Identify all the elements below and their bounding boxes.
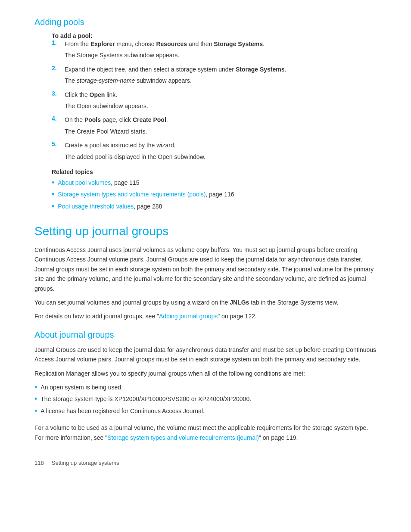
about-pool-volumes-link[interactable]: About pool volumes <box>58 179 111 186</box>
journal-condition-1: • An open system is being used. <box>34 383 377 392</box>
step-1-followup: The Storage Systems subwindow appears. <box>65 50 377 60</box>
adding-pools-section: Adding pools To add a pool: 1. From the … <box>34 17 377 212</box>
adding-journal-groups-link[interactable]: Adding journal groups <box>159 313 218 320</box>
storage-system-types-journal-link[interactable]: Storage system types and volume requirem… <box>107 434 259 441</box>
about-journal-groups-section: About journal groups Journal Groups are … <box>34 330 377 442</box>
step-1-content: From the Explorer menu, choose Resources… <box>65 39 377 49</box>
about-journal-groups-paragraph3: For a volume to be used as a journal vol… <box>34 423 377 442</box>
bullet-dot-2: • <box>52 190 54 199</box>
page-label: Setting up storage systems <box>52 460 119 466</box>
bullet-dot-c1: • <box>34 383 37 392</box>
about-journal-groups-paragraph1: Journal Groups are used to keep the jour… <box>34 345 377 364</box>
step-3-content: Click the Open link. <box>65 90 377 100</box>
related-topics-block: Related topics • About pool volumes, pag… <box>52 168 377 212</box>
bullet-dot-c3: • <box>34 406 37 416</box>
page-number: 118 <box>34 460 44 466</box>
pools-bold: Pools <box>84 116 101 123</box>
related-topic-2-text: Storage system types and volume requirem… <box>58 190 234 199</box>
journal-condition-3-text: A license has been registered for Contin… <box>40 406 205 416</box>
journal-conditions-list: • An open system is being used. • The st… <box>34 383 377 416</box>
step-4-followup: The Create Pool Wizard starts. <box>65 127 377 136</box>
related-topic-2: • Storage system types and volume requir… <box>52 190 377 199</box>
about-journal-groups-paragraph2: Replication Manager allows you to specif… <box>34 369 377 378</box>
related-topic-1-text: About pool volumes, page 115 <box>58 178 139 187</box>
step-5-content: Create a pool as instructed by the wizar… <box>65 140 377 150</box>
related-topics-label: Related topics <box>52 168 377 175</box>
page-footer: 118 Setting up storage systems <box>34 460 377 466</box>
journal-groups-paragraph3: For details on how to add journal groups… <box>34 311 377 321</box>
pool-usage-threshold-link[interactable]: Pool usage threshold values <box>58 203 134 210</box>
open-bold: Open <box>90 91 105 98</box>
journal-condition-2-text: The storage system type is XP12000/XP100… <box>40 394 251 404</box>
journal-condition-2: • The storage system type is XP12000/XP1… <box>34 394 377 404</box>
step-4-row: 4. On the Pools page, click Create Pool. <box>52 115 377 124</box>
step-2-content: Expand the object tree, and then select … <box>65 65 377 74</box>
setting-up-journal-groups-section: Setting up journal groups Continuous Acc… <box>34 224 377 321</box>
storage-system-name-italic: storage-system-name <box>77 77 135 84</box>
step-4-number: 4. <box>52 115 65 124</box>
journal-condition-1-text: An open system is being used. <box>40 383 123 392</box>
step-1-row: 1. From the Explorer menu, choose Resour… <box>52 39 377 49</box>
setting-up-journal-groups-heading: Setting up journal groups <box>34 224 377 238</box>
step-2-followup: The storage-system-name subwindow appear… <box>65 76 377 85</box>
adding-pools-heading: Adding pools <box>34 17 377 27</box>
explorer-bold: Explorer <box>90 40 115 47</box>
step-2-number: 2. <box>52 65 65 74</box>
related-topics-list: • About pool volumes, page 115 • Storage… <box>52 178 377 212</box>
journal-groups-paragraph1: Continuous Access Journal uses journal v… <box>34 245 377 293</box>
resources-bold: Resources <box>156 40 187 47</box>
related-topic-1: • About pool volumes, page 115 <box>52 178 377 188</box>
adding-pools-content: To add a pool: 1. From the Explorer menu… <box>52 32 377 212</box>
step-4-content: On the Pools page, click Create Pool. <box>65 115 377 124</box>
jnlgs-bold: JNLGs <box>230 299 249 306</box>
storage-systems-bold-1: Storage Systems <box>214 40 263 47</box>
bullet-dot-3: • <box>52 202 54 212</box>
step-5-number: 5. <box>52 140 65 150</box>
journal-condition-3: • A license has been registered for Cont… <box>34 406 377 416</box>
step-3-followup: The Open subwindow appears. <box>65 101 377 111</box>
journal-groups-paragraph2: You can set journal volumes and journal … <box>34 298 377 307</box>
related-topic-3-text: Pool usage threshold values, page 288 <box>58 202 162 211</box>
about-journal-groups-heading: About journal groups <box>34 330 377 340</box>
create-pool-bold: Create Pool <box>133 116 166 123</box>
related-topic-3: • Pool usage threshold values, page 288 <box>52 202 377 212</box>
storage-systems-bold-2: Storage Systems <box>236 66 285 73</box>
step-1-number: 1. <box>52 39 65 49</box>
step-5-followup: The added pool is displayed in the Open … <box>65 152 377 162</box>
to-add-pool-label: To add a pool: <box>52 32 377 39</box>
storage-system-types-pools-link[interactable]: Storage system types and volume requirem… <box>58 191 206 198</box>
step-2-row: 2. Expand the object tree, and then sele… <box>52 65 377 74</box>
bullet-dot-1: • <box>52 178 54 188</box>
step-5-row: 5. Create a pool as instructed by the wi… <box>52 140 377 150</box>
step-3-number: 3. <box>52 90 65 100</box>
step-3-row: 3. Click the Open link. <box>52 90 377 100</box>
bullet-dot-c2: • <box>34 394 37 404</box>
